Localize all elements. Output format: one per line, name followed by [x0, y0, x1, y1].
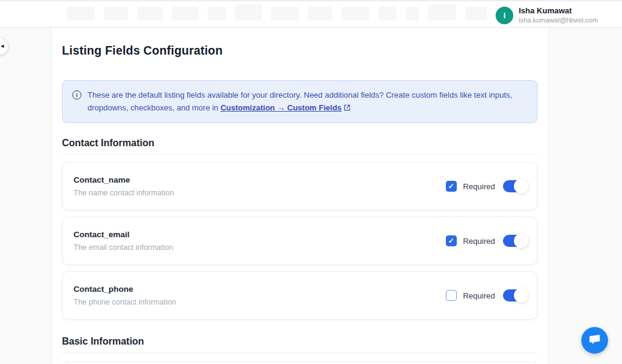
info-banner-text: These are the default listing fields ava…: [87, 89, 512, 115]
nav-item-placeholder: [67, 7, 95, 21]
nav-item-placeholder: [235, 4, 262, 21]
banner-line1: These are the default listing fields ava…: [87, 90, 512, 99]
required-checkbox[interactable]: ✓: [446, 290, 457, 301]
required-label: Required: [463, 182, 495, 191]
chat-bubble-icon: [588, 333, 601, 348]
field-card-contact-phone: Contact_phone The phone contact informat…: [62, 271, 538, 320]
sidebar-collapse-button[interactable]: ◂: [0, 39, 8, 55]
info-banner: i These are the default listing fields a…: [62, 80, 538, 123]
field-name: Contact_phone: [73, 285, 176, 294]
required-checkbox[interactable]: ✓: [446, 181, 457, 192]
nav-item-placeholder: [137, 7, 163, 21]
page-title: Listing Fields Configuration: [62, 44, 538, 58]
toggle-knob: [514, 288, 528, 303]
nav-item-placeholder: [428, 4, 456, 21]
nav-item-placeholder: [271, 7, 299, 21]
field-description: The name contact information: [73, 189, 174, 197]
app-screen: I Isha Kumawat isha.kumawat@hbwsl.com ◂ …: [0, 0, 622, 364]
field-description: The phone contact information: [73, 298, 176, 306]
user-identity: Isha Kumawat isha.kumawat@hbwsl.com: [519, 6, 598, 24]
chat-launcher-button[interactable]: [581, 327, 608, 354]
field-description: The email contact information: [73, 243, 173, 252]
field-controls: ✓ Required: [446, 235, 526, 247]
nav-item-placeholder: [172, 7, 199, 21]
field-enabled-toggle[interactable]: [503, 180, 526, 192]
section-title-basic-information: Basic Information: [62, 336, 538, 347]
nav-item-placeholder: [406, 7, 419, 21]
field-enabled-toggle[interactable]: [503, 235, 526, 247]
section-divider: [62, 352, 538, 353]
user-profile-chip[interactable]: I Isha Kumawat isha.kumawat@hbwsl.com: [496, 6, 598, 24]
required-label: Required: [463, 237, 495, 246]
external-link-icon: [344, 102, 350, 115]
field-card-contact-email: Contact_email The email contact informat…: [62, 217, 538, 265]
field-enabled-toggle[interactable]: [503, 289, 526, 302]
nav-menu-placeholder: [67, 7, 487, 21]
nav-item-placeholder: [208, 7, 226, 21]
field-name: Contact_name: [73, 175, 174, 184]
nav-item-placeholder: [341, 7, 369, 21]
nav-item-placeholder: [465, 7, 487, 21]
field-controls: ✓ Required: [446, 289, 526, 302]
field-card-contact-name: Contact_name The name contact informatio…: [62, 162, 538, 211]
section-divider: [62, 154, 538, 155]
field-info: Contact_phone The phone contact informat…: [73, 285, 176, 306]
avatar-initial: I: [504, 11, 506, 20]
field-name: Contact_email: [73, 230, 173, 239]
user-name: Isha Kumawat: [519, 6, 598, 15]
banner-line2: dropdowns, checkboxes, and more in: [87, 103, 220, 112]
chevron-left-icon: ◂: [1, 42, 4, 50]
top-header-bar: I Isha Kumawat isha.kumawat@hbwsl.com: [0, 0, 622, 28]
section-title-contact-information: Contact Information: [62, 138, 538, 149]
customization-custom-fields-link[interactable]: Customization → Custom Fields: [220, 103, 341, 112]
field-controls: ✓ Required: [446, 180, 526, 192]
check-icon: ✓: [448, 181, 454, 191]
field-info: Contact_name The name contact informatio…: [73, 175, 174, 197]
required-label: Required: [463, 291, 495, 300]
user-email: isha.kumawat@hbwsl.com: [519, 16, 598, 24]
info-icon: i: [72, 90, 81, 99]
field-info: Contact_email The email contact informat…: [73, 230, 173, 252]
nav-item-placeholder: [378, 7, 397, 21]
nav-item-placeholder: [308, 7, 332, 21]
nav-item-placeholder: [104, 7, 128, 21]
main-content-panel: Listing Fields Configuration i These are…: [51, 28, 549, 364]
toggle-knob: [514, 234, 528, 248]
required-checkbox[interactable]: ✓: [446, 235, 457, 246]
check-icon: ✓: [448, 236, 454, 246]
avatar: I: [496, 7, 513, 24]
toggle-knob: [514, 179, 528, 194]
field-card-partial: [62, 362, 538, 364]
